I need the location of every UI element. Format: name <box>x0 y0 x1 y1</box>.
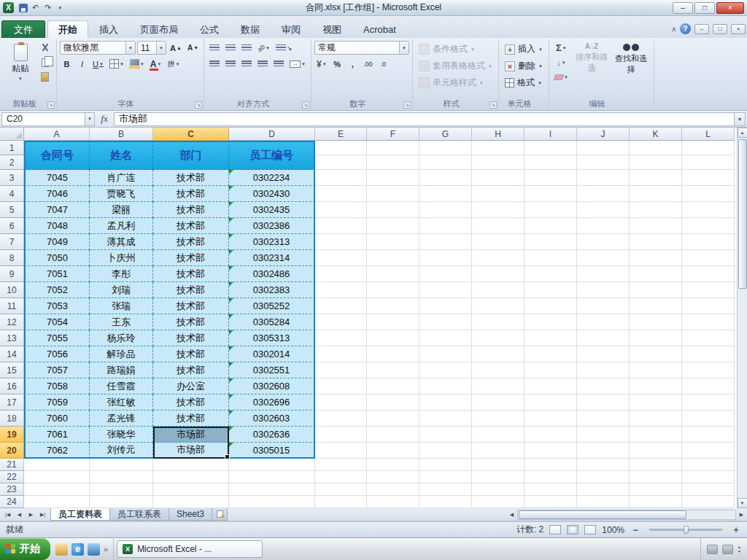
cell-C24[interactable] <box>153 496 229 508</box>
cell-D15[interactable]: 0302551 <box>229 362 315 378</box>
cell-C9[interactable]: 技术部 <box>153 266 229 282</box>
decrease-indent-button[interactable] <box>255 57 270 71</box>
row-header-9[interactable]: 9 <box>0 266 24 282</box>
cell-K6[interactable] <box>630 218 682 234</box>
chevron-down-icon[interactable]: ▼ <box>125 42 135 54</box>
cell-C7[interactable]: 技术部 <box>153 234 229 250</box>
comma-style-button[interactable]: , <box>346 57 360 71</box>
cell-G13[interactable] <box>419 330 472 346</box>
accounting-format-button[interactable]: ¥▼ <box>314 57 329 71</box>
cell-B19[interactable]: 张晓华 <box>90 427 153 443</box>
row-header-3[interactable]: 3 <box>0 170 24 186</box>
cell-A17[interactable]: 7059 <box>24 394 90 411</box>
conditional-formatting-button[interactable]: 条件格式 ▼ <box>416 41 495 58</box>
cell-L21[interactable] <box>682 459 735 471</box>
column-header-F[interactable]: F <box>367 128 419 141</box>
vertical-scroll-thumb[interactable] <box>738 139 747 289</box>
cell-B8[interactable]: 卜庆州 <box>90 250 153 266</box>
cell-C11[interactable]: 技术部 <box>153 298 229 314</box>
cell-B7[interactable]: 薄其成 <box>90 234 153 250</box>
cell-L11[interactable] <box>682 298 735 314</box>
cell-L1[interactable] <box>682 141 735 155</box>
cell-L14[interactable] <box>682 346 735 362</box>
cell-G3[interactable] <box>419 170 472 186</box>
minimize-button[interactable]: – <box>673 2 693 14</box>
cell-B9[interactable]: 李彤 <box>90 266 153 282</box>
cell-L24[interactable] <box>682 496 735 508</box>
orientation-button[interactable]: ab▼ <box>255 41 272 55</box>
increase-decimal-button[interactable]: .00 <box>361 57 375 71</box>
cell-J4[interactable] <box>577 186 630 202</box>
cell-J2[interactable] <box>577 155 630 170</box>
cell-D9[interactable]: 0302486 <box>229 266 315 282</box>
zoom-slider-thumb[interactable] <box>684 526 689 534</box>
cell-F19[interactable] <box>367 427 419 443</box>
cell-A22[interactable] <box>24 471 90 483</box>
tray-printer-icon[interactable] <box>707 545 718 554</box>
cell-J11[interactable] <box>577 298 630 314</box>
page-layout-view-button[interactable] <box>567 525 578 534</box>
row-header-7[interactable]: 7 <box>0 234 24 250</box>
cell-C19[interactable]: 市场部 <box>153 427 229 443</box>
cell-I17[interactable] <box>525 394 577 411</box>
cell-D22[interactable] <box>229 471 315 483</box>
cell-L18[interactable] <box>682 411 735 427</box>
cell-H17[interactable] <box>472 394 525 411</box>
cell-K22[interactable] <box>630 471 682 483</box>
cell-H5[interactable] <box>472 202 525 218</box>
cell-L2[interactable] <box>682 155 735 170</box>
ribbon-tab-8[interactable]: Acrobat <box>352 20 407 38</box>
cell-I23[interactable] <box>525 483 577 496</box>
cell-L10[interactable] <box>682 282 735 298</box>
cell-G1[interactable] <box>419 141 472 155</box>
cell-F6[interactable] <box>367 218 419 234</box>
align-left-button[interactable] <box>207 57 222 71</box>
zoom-level[interactable]: 100% <box>602 525 624 535</box>
cell-G18[interactable] <box>419 411 472 427</box>
workbook-restore-button[interactable]: □ <box>713 24 727 34</box>
cell-E3[interactable] <box>315 170 367 186</box>
insert-cells-button[interactable]: + 插入 ▼ <box>502 41 546 58</box>
cell-C8[interactable]: 技术部 <box>153 250 229 266</box>
formula-input[interactable]: 市场部 <box>114 112 735 126</box>
cell-D24[interactable] <box>229 496 315 508</box>
cell-J8[interactable] <box>577 250 630 266</box>
cell-F14[interactable] <box>367 346 419 362</box>
paste-button[interactable]: 粘贴 ▼ <box>4 42 36 82</box>
column-header-E[interactable]: E <box>315 128 367 141</box>
fill-button[interactable]: ↓▼ <box>552 55 570 69</box>
cell-E5[interactable] <box>315 202 367 218</box>
cell-G7[interactable] <box>419 234 472 250</box>
cell-L8[interactable] <box>682 250 735 266</box>
cell-A21[interactable] <box>24 459 90 471</box>
cell-I16[interactable] <box>525 378 577 394</box>
cell-A8[interactable]: 7050 <box>24 250 90 266</box>
font-dialog-launcher[interactable]: ↘ <box>195 101 202 109</box>
cell-I14[interactable] <box>525 346 577 362</box>
cell-I22[interactable] <box>525 471 577 483</box>
tray-status-icon[interactable] <box>722 545 733 554</box>
cell-A15[interactable]: 7057 <box>24 362 90 378</box>
cell-F8[interactable] <box>367 250 419 266</box>
cell-L9[interactable] <box>682 266 735 282</box>
cell-J23[interactable] <box>577 483 630 496</box>
cell-G21[interactable] <box>419 459 472 471</box>
column-header-A[interactable]: A <box>24 128 90 141</box>
format-as-table-button[interactable]: 套用表格格式 ▼ <box>416 58 495 74</box>
cell-J16[interactable] <box>577 378 630 394</box>
cut-button[interactable] <box>38 41 52 55</box>
align-bottom-button[interactable] <box>239 41 254 55</box>
cell-I4[interactable] <box>525 186 577 202</box>
sort-filter-button[interactable]: A↓Z 排序和筛选 <box>572 41 611 75</box>
cell-D8[interactable]: 0302314 <box>229 250 315 266</box>
cell-I11[interactable] <box>525 298 577 314</box>
cell-F18[interactable] <box>367 411 419 427</box>
cell-G17[interactable] <box>419 394 472 411</box>
row-header-21[interactable]: 21 <box>0 459 24 471</box>
minimize-ribbon-icon[interactable]: ∧ <box>671 26 676 33</box>
cell-E2[interactable] <box>315 155 367 170</box>
clear-button[interactable]: ▼ <box>552 70 570 84</box>
first-sheet-icon[interactable]: |◀ <box>2 510 13 520</box>
scroll-down-icon[interactable]: ▼ <box>738 498 747 508</box>
cell-H13[interactable] <box>472 330 525 346</box>
